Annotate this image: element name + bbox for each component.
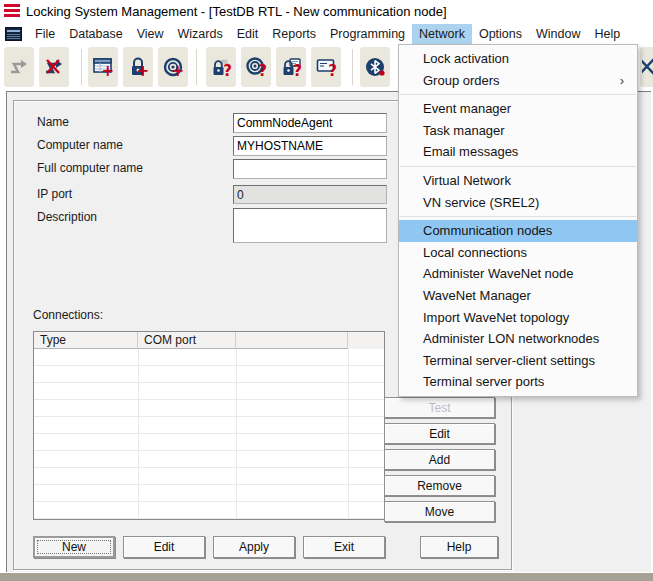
full-computer-name-input[interactable] — [233, 159, 387, 179]
plus-badge: + — [136, 64, 149, 79]
read-lock-glyph: ? — [210, 56, 232, 78]
app-window: Locking System Management - [TestDB RTL … — [0, 0, 653, 581]
menu-database[interactable]: Database — [62, 24, 130, 44]
description-label: Description — [37, 210, 97, 224]
read-transponder-icon[interactable]: ? — [241, 47, 271, 87]
menu-item-wavenet-manager[interactable]: WaveNet Manager — [399, 285, 637, 307]
column-com-port[interactable]: COM port — [138, 332, 236, 349]
toolbar-separator — [81, 49, 82, 85]
bluetooth-icon[interactable] — [360, 47, 390, 87]
menu-separator — [400, 94, 636, 95]
menu-window[interactable]: Window — [529, 24, 587, 44]
description-input[interactable] — [233, 208, 387, 243]
menu-reports[interactable]: Reports — [265, 24, 323, 44]
move-connection-button[interactable]: Move — [384, 501, 495, 522]
transponder-glyph: + — [162, 56, 184, 78]
test-button: Test — [384, 397, 495, 418]
menu-item-local-connections[interactable]: Local connections — [399, 242, 637, 264]
edit-button[interactable]: Edit — [123, 536, 205, 558]
edit-connection-button[interactable]: Edit — [384, 423, 495, 444]
help-button[interactable]: Help — [420, 536, 498, 558]
new-button[interactable]: New — [33, 536, 115, 558]
menu-help[interactable]: Help — [587, 24, 627, 44]
bluetooth-glyph — [364, 56, 386, 78]
locking-system-glyph: + — [92, 56, 114, 78]
menu-item-lock-activation[interactable]: Lock activation — [399, 48, 637, 70]
new-transponder-icon[interactable]: + — [158, 47, 188, 87]
app-logo-icon — [4, 4, 20, 19]
menu-item-vn-service[interactable]: VN service (SREL2) — [399, 192, 637, 214]
column-divider — [236, 349, 237, 519]
menu-item-terminal-server-ports[interactable]: Terminal server ports — [399, 371, 637, 393]
mdi-child-icon[interactable] — [5, 27, 22, 41]
connections-label: Connections: — [33, 308, 103, 322]
read-network-lock-glyph: ? — [280, 56, 302, 78]
column-blank[interactable] — [236, 332, 348, 349]
disconnect-icon[interactable] — [39, 47, 69, 87]
network-menu-popup: Lock activation Group orders › Event man… — [398, 44, 638, 397]
window-bottom-edge — [0, 573, 653, 581]
menu-item-virtual-network[interactable]: Virtual Network — [399, 170, 637, 192]
toolbar-separator — [196, 49, 197, 85]
menu-view[interactable]: View — [130, 24, 171, 44]
menu-options[interactable]: Options — [472, 24, 529, 44]
menu-item-label: Group orders — [423, 73, 500, 88]
read-card-icon[interactable]: ? — [311, 47, 341, 87]
question-badge: ? — [293, 64, 302, 79]
plus-badge: + — [171, 64, 184, 79]
computer-name-input[interactable] — [233, 136, 387, 156]
toolbar-separator — [352, 49, 353, 85]
remove-connection-button[interactable]: Remove — [384, 475, 495, 496]
menu-bar: File Database View Wizards Edit Reports … — [0, 24, 653, 44]
menu-item-event-manager[interactable]: Event manager — [399, 98, 637, 120]
read-network-lock-icon[interactable]: ? — [276, 47, 306, 87]
read-transponder-glyph: ? — [245, 56, 267, 78]
ip-port-label: IP port — [37, 187, 72, 201]
name-label: Name — [37, 115, 69, 129]
window-title: Locking System Management - [TestDB RTL … — [26, 4, 447, 19]
menu-separator — [400, 166, 636, 167]
connections-table-header: Type COM port — [34, 332, 384, 349]
new-locking-system-icon[interactable]: + — [88, 47, 118, 87]
menu-item-import-wavenet-topology[interactable]: Import WaveNet topology — [399, 307, 637, 329]
column-type[interactable]: Type — [34, 332, 138, 349]
menu-wizards[interactable]: Wizards — [171, 24, 230, 44]
full-computer-name-label: Full computer name — [37, 161, 143, 175]
connect-glyph — [8, 56, 30, 78]
menu-file[interactable]: File — [28, 24, 62, 44]
question-badge: ? — [223, 64, 232, 79]
submenu-arrow-icon: › — [620, 70, 624, 92]
menu-item-group-orders[interactable]: Group orders › — [399, 70, 637, 92]
add-connection-button[interactable]: Add — [384, 449, 495, 470]
menu-item-terminal-server-client-settings[interactable]: Terminal server-client settings — [399, 350, 637, 372]
column-divider — [138, 349, 139, 519]
connect-icon[interactable] — [4, 47, 34, 87]
menu-item-communication-nodes[interactable]: Communication nodes — [399, 220, 637, 242]
connections-table[interactable]: Type COM port — [33, 331, 385, 520]
read-card-glyph: ? — [315, 56, 337, 78]
read-lock-icon[interactable]: ? — [206, 47, 236, 87]
menu-separator — [400, 216, 636, 217]
menu-edit[interactable]: Edit — [230, 24, 266, 44]
menu-programming[interactable]: Programming — [323, 24, 412, 44]
column-divider — [348, 349, 349, 519]
computer-name-label: Computer name — [37, 138, 123, 152]
connections-table-body — [34, 349, 384, 519]
disconnect-glyph — [43, 56, 65, 78]
menu-item-task-manager[interactable]: Task manager — [399, 120, 637, 142]
exit-button[interactable]: Exit — [303, 536, 385, 558]
lock-glyph: + — [127, 56, 149, 78]
apply-button[interactable]: Apply — [213, 536, 295, 558]
menu-network[interactable]: Network — [412, 24, 472, 44]
question-badge: ? — [258, 64, 267, 79]
partial-toolbar-icon[interactable] — [640, 47, 653, 87]
name-input[interactable] — [233, 113, 387, 133]
question-badge: ? — [328, 64, 337, 79]
plus-badge: + — [101, 64, 114, 79]
menu-item-administer-lon-networknodes[interactable]: Administer LON networknodes — [399, 328, 637, 350]
ip-port-input — [233, 185, 387, 204]
title-bar: Locking System Management - [TestDB RTL … — [0, 0, 653, 24]
menu-item-email-messages[interactable]: Email messages — [399, 141, 637, 163]
menu-item-administer-wavenet-node[interactable]: Administer WaveNet node — [399, 263, 637, 285]
new-lock-icon[interactable]: + — [123, 47, 153, 87]
